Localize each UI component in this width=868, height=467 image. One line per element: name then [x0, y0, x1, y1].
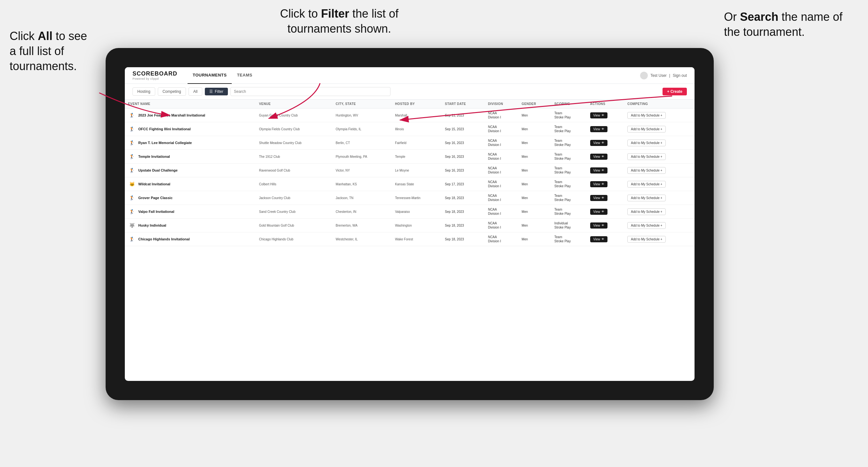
- team-logo: 🏌️: [128, 235, 136, 243]
- cell-hosted-by: Washington: [392, 219, 442, 232]
- cell-actions: View 👁: [587, 163, 624, 177]
- add-to-schedule-button[interactable]: Add to My Schedule +: [627, 153, 666, 160]
- cell-competing: Add to My Schedule +: [624, 232, 694, 246]
- add-to-schedule-button[interactable]: Add to My Schedule +: [627, 236, 666, 243]
- cell-actions: View 👁: [587, 108, 624, 122]
- logo-text: SCOREBOARD: [132, 70, 177, 77]
- add-to-schedule-button[interactable]: Add to My Schedule +: [627, 126, 666, 132]
- view-button[interactable]: View 👁: [590, 112, 608, 118]
- cell-event-name: 🏌️ 2023 Joe Feaganes Marshall Invitation…: [125, 108, 256, 122]
- cell-hosted-by: Le Moyne: [392, 163, 442, 177]
- eye-icon: 👁: [601, 182, 604, 186]
- table-row: 🐱 Wildcat Invitational Colbert Hills Man…: [125, 177, 694, 191]
- cell-gender: Men: [519, 232, 551, 246]
- tab-hosting[interactable]: Hosting: [132, 87, 155, 96]
- cell-division: NCAADivision I: [485, 108, 519, 122]
- add-to-schedule-button[interactable]: Add to My Schedule +: [627, 222, 666, 229]
- cell-city-state: Chesterton, IN: [333, 205, 392, 219]
- team-logo: 🏌️: [128, 208, 136, 215]
- view-button[interactable]: View 👁: [590, 126, 608, 132]
- filter-label: Filter: [215, 89, 223, 94]
- tab-all[interactable]: All: [188, 87, 202, 96]
- col-scoring: SCORING: [551, 99, 587, 108]
- cell-scoring: TeamStroke Play: [551, 177, 587, 191]
- logo-subtitle: Powered by clippd: [132, 77, 177, 80]
- add-to-schedule-button[interactable]: Add to My Schedule +: [627, 195, 666, 201]
- cell-venue: Colbert Hills: [256, 177, 333, 191]
- view-button[interactable]: View 👁: [590, 140, 608, 146]
- view-button[interactable]: View 👁: [590, 195, 608, 201]
- main-nav: TOURNAMENTS TEAMS: [188, 67, 257, 84]
- cell-hosted-by: Marshall: [392, 108, 442, 122]
- cell-scoring: TeamStroke Play: [551, 205, 587, 219]
- table-row: 🏌️ 2023 Joe Feaganes Marshall Invitation…: [125, 108, 694, 122]
- cell-start-date: Sep 16, 2023: [442, 163, 485, 177]
- cell-gender: Men: [519, 205, 551, 219]
- event-name-text: 2023 Joe Feaganes Marshall Invitational: [138, 113, 205, 117]
- view-button[interactable]: View 👁: [590, 181, 608, 187]
- tab-competing[interactable]: Competing: [158, 87, 186, 96]
- cell-scoring: TeamStroke Play: [551, 163, 587, 177]
- tablet-device: SCOREBOARD Powered by clippd TOURNAMENTS…: [105, 48, 714, 400]
- cell-actions: View 👁: [587, 136, 624, 150]
- view-button[interactable]: View 👁: [590, 154, 608, 160]
- table-row: 🏌️ Chicago Highlands Invitational Chicag…: [125, 232, 694, 246]
- cell-gender: Men: [519, 177, 551, 191]
- nav-tournaments[interactable]: TOURNAMENTS: [188, 67, 232, 84]
- annotation-topleft: Click All to see a full list of tourname…: [9, 29, 93, 73]
- eye-icon: 👁: [601, 196, 604, 199]
- add-to-schedule-button[interactable]: Add to My Schedule +: [627, 208, 666, 215]
- cell-actions: View 👁: [587, 150, 624, 163]
- cell-actions: View 👁: [587, 219, 624, 232]
- nav-teams[interactable]: TEAMS: [232, 67, 257, 84]
- col-venue: VENUE: [256, 99, 333, 108]
- cell-competing: Add to My Schedule +: [624, 205, 694, 219]
- event-name-text: Husky Individual: [138, 223, 166, 227]
- add-to-schedule-button[interactable]: Add to My Schedule +: [627, 181, 666, 188]
- cell-actions: View 👁: [587, 122, 624, 136]
- cell-city-state: Victor, NY: [333, 163, 392, 177]
- cell-city-state: Huntington, WV: [333, 108, 392, 122]
- event-name-text: Temple Invitational: [138, 155, 170, 158]
- logo-area: SCOREBOARD Powered by clippd: [132, 70, 177, 80]
- event-name-text: Wildcat Invitational: [138, 182, 170, 186]
- filter-button[interactable]: ☰ Filter: [205, 88, 228, 95]
- add-to-schedule-button[interactable]: Add to My Schedule +: [627, 112, 666, 119]
- view-button[interactable]: View 👁: [590, 209, 608, 215]
- cell-division: NCAADivision I: [485, 136, 519, 150]
- table-row: 🏌️ Ryan T. Lee Memorial Collegiate Shutt…: [125, 136, 694, 150]
- cell-gender: Men: [519, 163, 551, 177]
- cell-competing: Add to My Schedule +: [624, 136, 694, 150]
- cell-gender: Men: [519, 122, 551, 136]
- filter-bar: Hosting Competing All ☰ Filter + Create: [125, 84, 694, 99]
- cell-start-date: Sep 16, 2023: [442, 136, 485, 150]
- create-button[interactable]: + Create: [662, 88, 687, 95]
- col-division: DIVISION: [485, 99, 519, 108]
- cell-venue: Jackson Country Club: [256, 191, 333, 205]
- cell-event-name: 🏌️ Upstate Dual Challenge: [125, 163, 256, 177]
- sign-out-link[interactable]: Sign out: [673, 73, 687, 78]
- nav-separator: |: [669, 73, 670, 78]
- cell-event-name: 🏌️ Valpo Fall Invitational: [125, 205, 256, 219]
- cell-start-date: Sep 11, 2023: [442, 108, 485, 122]
- eye-icon: 👁: [601, 155, 604, 158]
- cell-scoring: TeamStroke Play: [551, 150, 587, 163]
- cell-gender: Men: [519, 150, 551, 163]
- cell-hosted-by: Temple: [392, 150, 442, 163]
- cell-gender: Men: [519, 108, 551, 122]
- eye-icon: 👁: [601, 224, 604, 227]
- col-gender: GENDER: [519, 99, 551, 108]
- view-button[interactable]: View 👁: [590, 222, 608, 228]
- table-row: 🐺 Husky Individual Gold Mountain Golf Cl…: [125, 219, 694, 232]
- table-row: 🏌️ OFCC Fighting Illini Invitational Oly…: [125, 122, 694, 136]
- tournaments-table-container: EVENT NAME VENUE CITY, STATE HOSTED BY S…: [125, 99, 694, 381]
- add-to-schedule-button[interactable]: Add to My Schedule +: [627, 139, 666, 146]
- add-to-schedule-button[interactable]: Add to My Schedule +: [627, 167, 666, 174]
- cell-hosted-by: Tennessee-Martin: [392, 191, 442, 205]
- cell-scoring: TeamStroke Play: [551, 136, 587, 150]
- search-input[interactable]: [230, 87, 391, 96]
- view-button[interactable]: View 👁: [590, 167, 608, 174]
- eye-icon: 👁: [601, 114, 604, 117]
- view-button[interactable]: View 👁: [590, 236, 608, 242]
- cell-start-date: Sep 17, 2023: [442, 177, 485, 191]
